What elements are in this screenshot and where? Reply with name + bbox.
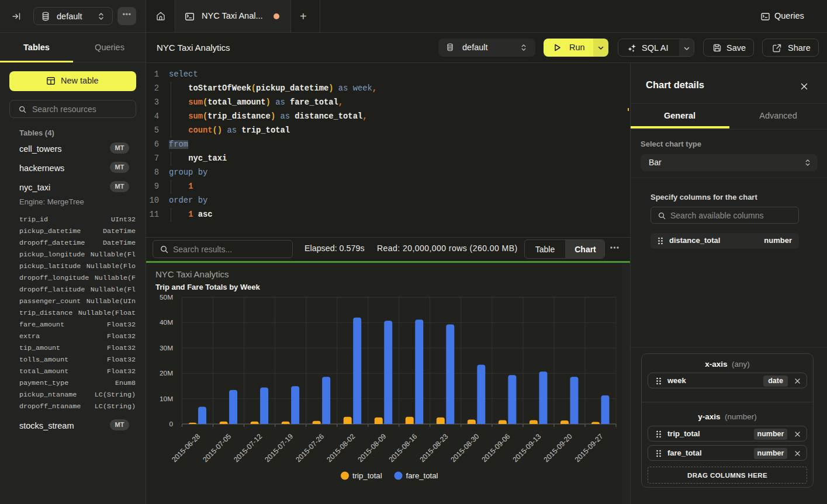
svg-text:Trip and Fare Totals by Week: Trip and Fare Totals by Week [155,283,260,291]
svg-text:2015-07-19: 2015-07-19 [263,432,295,464]
svg-text:trip_total: trip_total [352,471,382,480]
svg-text:2015-09-27: 2015-09-27 [573,432,605,464]
svg-text:2015-09-20: 2015-09-20 [542,432,574,464]
svg-text:2015-07-26: 2015-07-26 [294,432,326,464]
svg-text:2015-08-30: 2015-08-30 [449,432,480,464]
svg-text:2015-08-16: 2015-08-16 [387,432,418,464]
svg-text:2015-07-05: 2015-07-05 [201,432,233,464]
svg-text:2015-08-02: 2015-08-02 [325,432,357,464]
svg-text:fare_total: fare_total [406,471,438,480]
svg-text:2015-09-13: 2015-09-13 [511,432,543,464]
svg-text:40M: 40M [160,318,173,326]
svg-text:2015-09-06: 2015-09-06 [480,432,512,464]
svg-text:0: 0 [169,420,173,428]
svg-text:50M: 50M [160,293,173,301]
svg-text:2015-06-28: 2015-06-28 [170,432,202,464]
svg-text:2015-07-12: 2015-07-12 [232,432,264,464]
svg-text:2015-08-23: 2015-08-23 [418,432,449,464]
svg-text:NYC Taxi Analytics: NYC Taxi Analytics [155,269,229,279]
svg-text:20M: 20M [160,369,173,377]
svg-text:30M: 30M [160,344,173,352]
svg-text:10M: 10M [160,395,173,403]
svg-text:2015-08-09: 2015-08-09 [356,432,387,464]
